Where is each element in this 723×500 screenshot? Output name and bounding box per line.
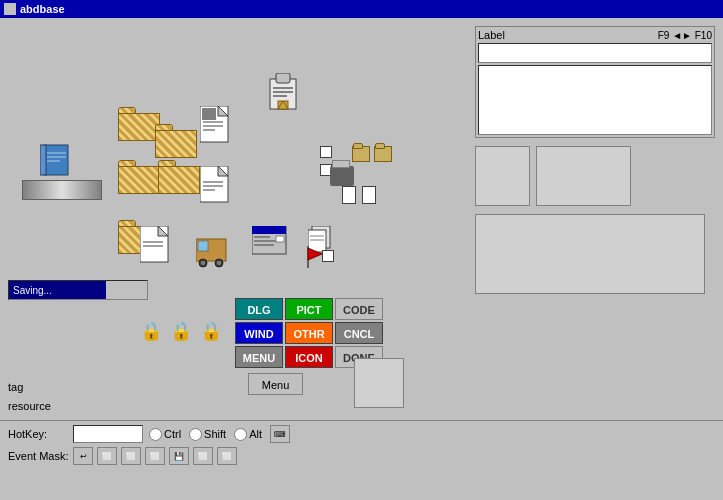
mid-box	[354, 358, 404, 408]
event-icon-6[interactable]: ⬜	[193, 447, 213, 465]
svg-rect-37	[254, 240, 278, 242]
saving-text: Saving...	[9, 281, 106, 299]
icon-button[interactable]: ICON	[285, 346, 333, 368]
label-textarea[interactable]	[478, 65, 712, 135]
title-bar: abdbase	[0, 0, 723, 18]
event-icon-4[interactable]: ⬜	[145, 447, 165, 465]
label-keys: F9 ◄► F10	[658, 30, 712, 41]
label-header: Label F9 ◄► F10	[478, 29, 712, 41]
dialog-icon[interactable]	[252, 226, 288, 260]
event-icon-2[interactable]: ⬜	[97, 447, 117, 465]
event-icon-7[interactable]: ⬜	[217, 447, 237, 465]
folder-pair-1[interactable]	[352, 146, 392, 162]
saving-bar: Saving...	[8, 280, 148, 300]
printer-icon[interactable]	[330, 166, 354, 186]
radio-group: Ctrl Shift Alt ⌨	[149, 425, 290, 443]
doc-icon-3[interactable]	[140, 226, 176, 268]
resource-label: resource	[8, 397, 68, 415]
shift-radio[interactable]: Shift	[189, 428, 226, 441]
tag-field: tag	[8, 378, 68, 396]
main-area: Saving... 🔒 🔒 🔒 DLG PICT CODE WIND OTHR …	[0, 18, 723, 500]
doc-icon-2[interactable]	[200, 166, 236, 208]
event-icons: ↩ ⬜ ⬜ ⬜ 💾 ⬜ ⬜	[73, 447, 237, 465]
svg-rect-13	[44, 145, 68, 175]
page-1[interactable]	[342, 186, 356, 204]
svg-rect-14	[40, 145, 46, 175]
alt-label: Alt	[249, 428, 262, 440]
small-preview-box	[475, 146, 530, 206]
large-preview-box	[475, 214, 705, 294]
cart-icon[interactable]	[196, 233, 234, 271]
svg-rect-35	[252, 226, 286, 234]
right-panel: Label F9 ◄► F10	[475, 26, 715, 294]
medium-preview-box	[536, 146, 631, 206]
othr-button[interactable]: OTHR	[285, 322, 333, 344]
event-icon-5[interactable]: 💾	[169, 447, 189, 465]
book-icon[interactable]	[40, 143, 70, 179]
small-checkbox[interactable]	[322, 250, 334, 262]
hotkey-input[interactable]	[73, 425, 143, 443]
lock-icon-3: 🔒	[200, 320, 222, 342]
window-title: abdbase	[20, 3, 65, 15]
hotkey-row: HotKey: Ctrl Shift Alt ⌨ ☐	[8, 425, 715, 443]
event-icon-3[interactable]: ⬜	[121, 447, 141, 465]
ctrl-label: Ctrl	[164, 428, 181, 440]
btn-row-2: WIND OTHR CNCL	[235, 322, 385, 344]
alt-radio-input[interactable]	[234, 428, 247, 441]
shift-radio-input[interactable]	[189, 428, 202, 441]
ctrl-radio-input[interactable]	[149, 428, 162, 441]
svg-rect-38	[254, 244, 274, 246]
dlg-button[interactable]: DLG	[235, 298, 283, 320]
resource-field: resource	[8, 397, 68, 415]
svg-rect-2	[273, 87, 293, 89]
keyboard-icon-btn[interactable]: ⌨	[270, 425, 290, 443]
svg-rect-29	[198, 241, 208, 251]
btn-row-1: DLG PICT CODE	[235, 298, 385, 320]
svg-point-32	[201, 261, 205, 265]
ctrl-radio[interactable]: Ctrl	[149, 428, 181, 441]
canvas-area: Saving... 🔒 🔒 🔒 DLG PICT CODE WIND OTHR …	[0, 18, 445, 438]
lock-icon-1: 🔒	[140, 320, 162, 342]
event-label: Event Mask:	[8, 450, 73, 462]
lock-icon-2: 🔒	[170, 320, 192, 342]
svg-rect-1	[276, 73, 290, 83]
title-bar-icon	[4, 3, 16, 15]
shift-label: Shift	[204, 428, 226, 440]
event-row: Event Mask: ↩ ⬜ ⬜ ⬜ 💾 ⬜ ⬜	[8, 447, 715, 465]
code-button[interactable]: CODE	[335, 298, 383, 320]
alt-radio[interactable]: Alt	[234, 428, 262, 441]
hotkey-label: HotKey:	[8, 428, 73, 440]
label-title: Label	[478, 29, 505, 41]
svg-rect-39	[276, 236, 284, 242]
bottom-bar: HotKey: Ctrl Shift Alt ⌨ ☐	[0, 420, 723, 500]
svg-marker-45	[308, 248, 322, 260]
page-icons	[342, 186, 376, 204]
page-2[interactable]	[362, 186, 376, 204]
wind-button[interactable]: WIND	[235, 322, 283, 344]
pict-button[interactable]: PICT	[285, 298, 333, 320]
svg-rect-4	[273, 95, 287, 97]
lock-icons: 🔒 🔒 🔒	[140, 320, 222, 342]
svg-rect-36	[254, 236, 270, 238]
cncl-button[interactable]: CNCL	[335, 322, 383, 344]
svg-rect-12	[202, 108, 216, 120]
checkbox-1[interactable]	[320, 146, 334, 158]
label-input[interactable]	[478, 43, 712, 63]
svg-rect-3	[273, 91, 293, 93]
right-boxes	[475, 146, 715, 206]
menu-label: Menu	[248, 373, 303, 395]
svg-point-33	[217, 261, 221, 265]
doc-icon-1[interactable]	[200, 106, 236, 148]
label-box: Label F9 ◄► F10	[475, 26, 715, 138]
clipboard-icon[interactable]	[268, 73, 298, 113]
tag-label: tag	[8, 378, 68, 396]
menu-button[interactable]: MENU	[235, 346, 283, 368]
gradient-bar	[22, 180, 102, 200]
event-icon-1[interactable]: ↩	[73, 447, 93, 465]
